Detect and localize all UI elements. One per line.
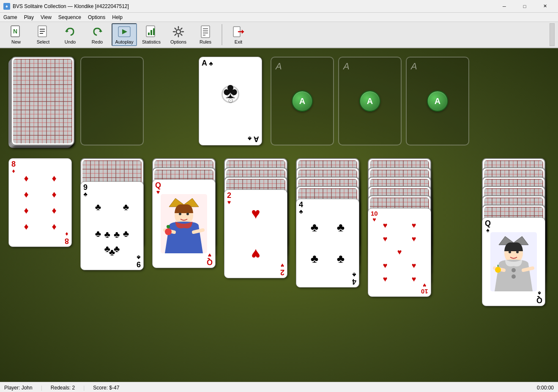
card-9-clubs[interactable]: 9 ♣ ♣ ♣ ♣ ♣ ♣ ♣ ♣ ♣ ♣ 9 ♣	[80, 181, 144, 270]
card-queen-spades[interactable]: Q ♠	[482, 217, 545, 306]
statistics-label: Statistics	[142, 39, 161, 44]
app-icon: ♠	[3, 3, 10, 10]
titlebar: ♠ BVS Solitaire Collection — Klondike [#…	[0, 0, 558, 13]
card-9c-bottom: 9 ♣	[137, 255, 141, 268]
svg-point-43	[512, 274, 516, 279]
minimize-button[interactable]: ─	[495, 0, 514, 13]
autoplay-label: Autoplay	[115, 39, 134, 44]
foundation-2-ace-btn[interactable]: A	[292, 90, 313, 112]
svg-point-35	[186, 213, 189, 215]
menu-play[interactable]: Play	[21, 13, 37, 22]
new-label: New	[11, 39, 21, 44]
card-qh-bottom: Q ♥	[207, 252, 213, 266]
redo-icon	[90, 25, 104, 38]
maximize-button[interactable]: □	[515, 0, 534, 13]
svg-line-23	[175, 34, 176, 36]
menu-view[interactable]: View	[37, 13, 55, 22]
rules-icon	[199, 25, 212, 38]
undo-label: Undo	[65, 39, 76, 44]
svg-rect-12	[148, 33, 150, 35]
exit-icon	[232, 25, 245, 38]
svg-line-20	[175, 28, 176, 30]
statistics-icon	[145, 25, 158, 38]
close-button[interactable]: ✕	[535, 0, 555, 13]
svg-point-37	[167, 225, 170, 228]
toolbar-select-button[interactable]: Select	[30, 23, 56, 46]
svg-line-21	[181, 34, 182, 36]
waste-pile	[80, 57, 144, 145]
ace-clubs-top: A ♣	[202, 59, 213, 68]
game-area: A ♣ ⊙ ◎ ♣ A ♣ A A A A A A 8 ♦	[0, 48, 558, 382]
card-4-clubs[interactable]: 4 ♣ ♣ ♣ ♣ ♣ 4 ♣	[296, 199, 359, 288]
card-qs-bottom: Q ♠	[536, 291, 542, 304]
menu-sequence[interactable]: Sequence	[55, 13, 85, 22]
toolbar-undo-button[interactable]: Undo	[57, 23, 83, 46]
card-2-hearts[interactable]: 2 ♥ ♥ ♥ 2 ♥	[224, 189, 287, 278]
status-time: 0:00:00	[537, 385, 554, 391]
toolbar-new-button[interactable]: N New	[3, 23, 29, 46]
toolbar-redo-button[interactable]: Redo	[85, 23, 110, 46]
tableau-col-2[interactable]: 9 ♣ ♣ ♣ ♣ ♣ ♣ ♣ ♣ ♣ ♣ 9 ♣	[80, 158, 144, 258]
autoplay-icon	[118, 25, 131, 38]
svg-line-22	[181, 28, 182, 30]
status-player: Player: John	[4, 385, 33, 391]
menubar: Game Play View Sequence Options Help	[0, 13, 558, 22]
toolbar-rules-button[interactable]: Rules	[193, 23, 218, 46]
status-redeals: Redeals: 2	[51, 385, 75, 391]
statusbar: Player: John | Redeals: 2 | Score: $-47 …	[0, 382, 558, 392]
toolbar-exit-button[interactable]: Exit	[226, 23, 251, 46]
card-8d-bottom: 8 ♦	[65, 231, 69, 245]
redo-label: Redo	[92, 39, 103, 44]
foundation-3-ace-btn[interactable]: A	[359, 90, 380, 112]
card-queen-hearts[interactable]: Q ♥	[152, 179, 216, 268]
toolbar-statistics-button[interactable]: Statistics	[139, 23, 164, 46]
foundation-3-label: A	[343, 61, 350, 72]
foundation-1-card[interactable]: A ♣ ⊙ ◎ ♣ A ♣	[199, 57, 262, 145]
new-icon: N	[9, 25, 23, 38]
menu-help[interactable]: Help	[109, 13, 126, 22]
svg-text:N: N	[13, 28, 17, 35]
toolbar: N New Select Undo	[0, 22, 558, 48]
menu-game[interactable]: Game	[0, 13, 21, 22]
ace-clubs-bottom: A ♣	[248, 134, 259, 143]
svg-marker-31	[242, 30, 244, 34]
exit-label: Exit	[235, 39, 242, 44]
svg-point-15	[176, 30, 181, 34]
card-8-diamonds[interactable]: 8 ♦ ♦ ♦ ♦ ♦ ♦ ♦ ♦ ♦ 8 ♦	[8, 158, 72, 247]
select-label: Select	[37, 39, 50, 44]
undo-icon	[63, 25, 77, 38]
svg-point-41	[516, 251, 519, 253]
svg-rect-13	[150, 30, 152, 35]
svg-rect-24	[201, 26, 210, 38]
foundation-3: A A	[338, 57, 402, 145]
select-icon	[36, 25, 50, 38]
card-10-hearts[interactable]: 10 ♥ ♥ ♥ ♥ ♥ ♥ ♥ ♥ ♥ ♥ 10 ♥	[368, 208, 431, 297]
card-2h-bottom: 2 ♥	[280, 263, 284, 276]
toolbar-autoplay-button[interactable]: Autoplay	[112, 23, 137, 46]
toolbar-options-button[interactable]: Options	[166, 23, 191, 46]
window-controls: ─ □ ✕	[495, 0, 555, 13]
foundation-4: A A	[406, 57, 469, 145]
menu-options[interactable]: Options	[85, 13, 109, 22]
card-10h-bottom: 10 ♥	[421, 282, 428, 295]
foundation-2: A A	[271, 57, 334, 145]
rules-label: Rules	[200, 39, 211, 44]
svg-point-40	[509, 251, 511, 253]
card-4c-bottom: 4 ♣	[352, 272, 356, 285]
svg-rect-14	[153, 28, 155, 35]
svg-point-44	[495, 267, 501, 273]
tableau-col-1[interactable]: 8 ♦ ♦ ♦ ♦ ♦ ♦ ♦ ♦ ♦ 8 ♦	[8, 158, 72, 247]
svg-point-36	[165, 228, 172, 235]
card-2h-top: 2 ♥	[227, 192, 231, 205]
foundation-4-label: A	[411, 61, 417, 72]
foundation-2-label: A	[276, 61, 282, 72]
foundation-4-ace-btn[interactable]: A	[427, 90, 448, 112]
toolbar-separator	[222, 24, 222, 45]
svg-point-42	[512, 268, 516, 272]
status-score: Score: $-47	[93, 385, 119, 391]
svg-point-34	[179, 213, 181, 215]
options-label: Options	[170, 39, 186, 44]
options-icon	[172, 25, 185, 38]
title-text: BVS Solitaire Collection — Klondike [#42…	[13, 3, 495, 9]
toolbar-scroll[interactable]	[550, 23, 555, 46]
